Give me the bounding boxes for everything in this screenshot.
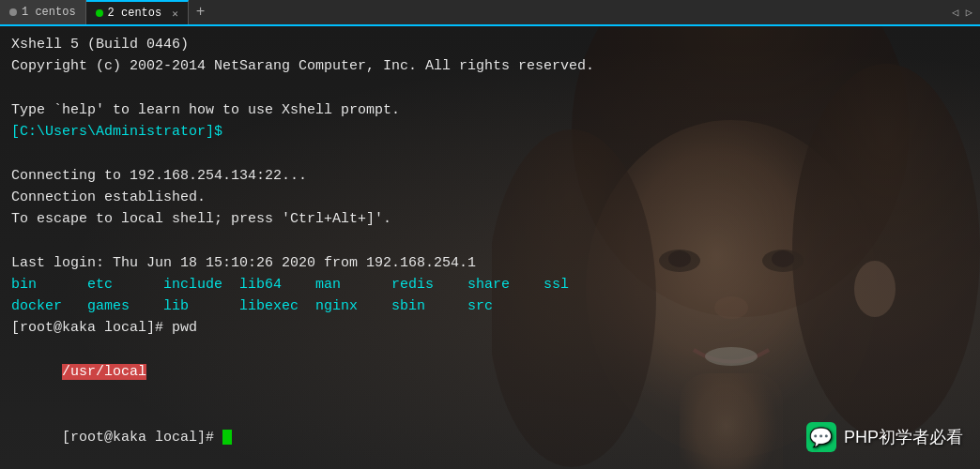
watermark-text: PHP初学者必看 bbox=[844, 426, 963, 448]
tab-1[interactable]: 1 centos bbox=[0, 0, 86, 24]
line-help: Type `help' to learn how to use Xshell p… bbox=[11, 99, 969, 121]
tab-nav-arrows[interactable]: ◁ ▷ bbox=[952, 0, 980, 24]
line-blank-1 bbox=[11, 78, 969, 99]
line-established: Connection established. bbox=[11, 187, 969, 208]
pwd-result-highlight: /usr/local bbox=[62, 364, 146, 380]
line-dir1: bin etc include lib64 man redis share ss… bbox=[11, 274, 969, 295]
tab-1-label: 1 centos bbox=[22, 6, 76, 19]
line-connecting: Connecting to 192.168.254.134:22... bbox=[11, 165, 969, 187]
line-title: Xshell 5 (Build 0446) bbox=[11, 34, 969, 55]
tab-add-button[interactable]: + bbox=[189, 0, 213, 24]
watermark: 💬 PHP初学者必看 bbox=[806, 422, 963, 452]
tab-2-label: 2 centos bbox=[108, 7, 162, 20]
line-lastlogin: Last login: Thu Jun 18 15:10:26 2020 fro… bbox=[11, 252, 969, 274]
line-escape: To escape to local shell; press 'Ctrl+Al… bbox=[11, 208, 969, 230]
cursor bbox=[222, 430, 232, 445]
tab-2[interactable]: 2 centos ✕ bbox=[86, 0, 189, 24]
tab-2-close[interactable]: ✕ bbox=[166, 8, 178, 20]
tab-2-dot bbox=[96, 9, 103, 17]
terminal[interactable]: Xshell 5 (Build 0446) Copyright (c) 2002… bbox=[0, 26, 980, 469]
wechat-icon: 💬 bbox=[806, 422, 836, 452]
terminal-text: Xshell 5 (Build 0446) Copyright (c) 2002… bbox=[0, 26, 980, 469]
line-pwd-result: /usr/local bbox=[11, 340, 969, 405]
line-blank-3 bbox=[11, 230, 969, 251]
line-copyright: Copyright (c) 2002-2014 NetSarang Comput… bbox=[11, 55, 969, 77]
line-local-prompt: [C:\Users\Administrator]$ bbox=[11, 121, 969, 143]
tab-1-dot bbox=[9, 8, 17, 16]
line-pwd-cmd: [root@kaka local]# pwd bbox=[11, 317, 969, 339]
line-dir2: docker games lib libexec nginx sbin src bbox=[11, 295, 969, 317]
tab-bar: 1 centos 2 centos ✕ + ◁ ▷ bbox=[0, 0, 980, 26]
line-blank-2 bbox=[11, 143, 969, 164]
